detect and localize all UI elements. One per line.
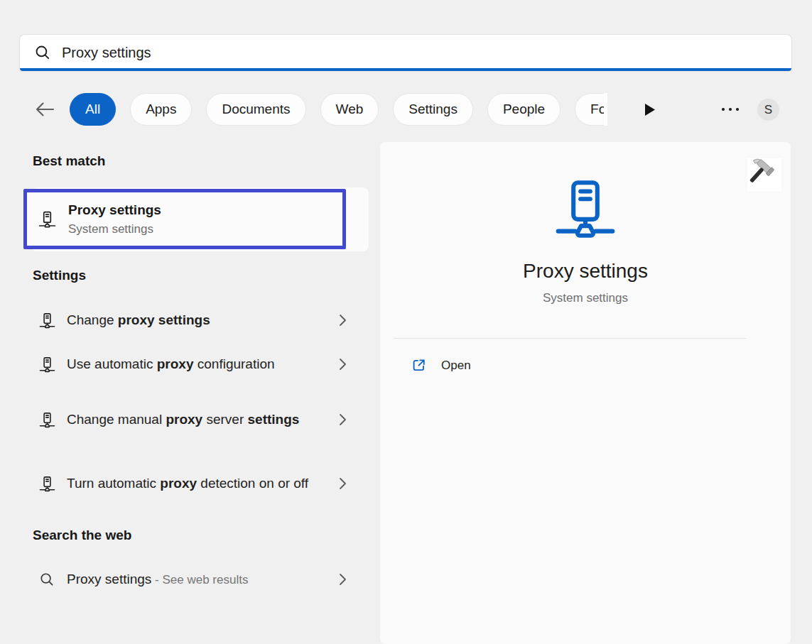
scroll-tabs-button[interactable] (640, 99, 660, 121)
hammer-cursor-overlay (747, 158, 781, 191)
hammer-icon (747, 158, 781, 191)
web-suffix: - See web results (151, 573, 248, 586)
tab-documents[interactable]: Documents (206, 93, 305, 126)
best-match-subtitle: System settings (68, 221, 161, 237)
proxy-icon (38, 207, 56, 232)
chevron-right-icon (338, 572, 347, 586)
filter-tab-row: All Apps Documents Web Settings People F… (0, 93, 812, 126)
search-bar (19, 34, 792, 71)
result-label: Proxy settings - See web results (67, 569, 312, 591)
best-match-title: Proxy settings (68, 201, 161, 219)
ellipsis-icon (721, 107, 740, 111)
proxy-icon (39, 472, 55, 496)
settings-section-heading: Settings (33, 268, 86, 283)
result-use-automatic-proxy[interactable]: Use automatic proxy configuration (23, 343, 348, 386)
tab-people[interactable]: People (487, 93, 561, 126)
tab-settings[interactable]: Settings (393, 93, 473, 126)
windows-search-panel: All Apps Documents Web Settings People F… (0, 0, 812, 644)
search-input[interactable] (62, 45, 781, 61)
proxy-icon-large (554, 175, 617, 243)
web-query: Proxy settings (67, 572, 151, 586)
chevron-right-icon (338, 313, 347, 327)
result-label: Use automatic proxy configuration (67, 354, 312, 375)
result-change-manual-proxy[interactable]: Change manual proxy server settings (23, 389, 348, 450)
result-label: Change proxy settings (67, 310, 312, 331)
tab-web[interactable]: Web (320, 93, 379, 126)
tab-all[interactable]: All (70, 93, 116, 126)
preview-title: Proxy settings (380, 260, 791, 283)
result-label: Change manual proxy server settings (67, 409, 312, 430)
more-options-button[interactable] (716, 100, 745, 119)
user-avatar[interactable]: S (757, 99, 779, 121)
tab-apps[interactable]: Apps (130, 93, 192, 126)
open-action[interactable]: Open (411, 357, 471, 373)
best-match-result[interactable]: Proxy settings System settings (23, 189, 346, 249)
search-icon (34, 44, 52, 62)
search-icon (39, 572, 55, 588)
preview-pane: Proxy settings System settings Open (380, 142, 791, 644)
result-turn-automatic-proxy-detection[interactable]: Turn automatic proxy detection on or off (23, 453, 348, 514)
divider (394, 338, 747, 339)
open-label: Open (441, 359, 471, 373)
search-web-heading: Search the web (33, 528, 131, 543)
result-web-search[interactable]: Proxy settings - See web results (23, 558, 348, 601)
chevron-right-icon (338, 357, 347, 371)
filter-tabs: All Apps Documents Web Settings People F… (70, 93, 660, 126)
chevron-right-icon (338, 476, 347, 491)
proxy-icon (39, 309, 55, 332)
result-change-proxy-settings[interactable]: Change proxy settings (23, 299, 348, 342)
chevron-right-icon (338, 413, 347, 427)
tab-folders[interactable]: Fold (575, 93, 607, 126)
back-button[interactable] (33, 99, 57, 120)
proxy-icon (39, 353, 55, 376)
best-match-heading: Best match (33, 153, 105, 169)
external-link-icon (411, 357, 427, 373)
result-label: Turn automatic proxy detection on or off (67, 473, 312, 494)
tab-folders-clipped: Fold (575, 93, 607, 126)
preview-subtitle: System settings (380, 291, 791, 305)
play-triangle-icon (644, 103, 656, 116)
proxy-icon (39, 408, 55, 432)
arrow-left-icon (33, 100, 56, 119)
